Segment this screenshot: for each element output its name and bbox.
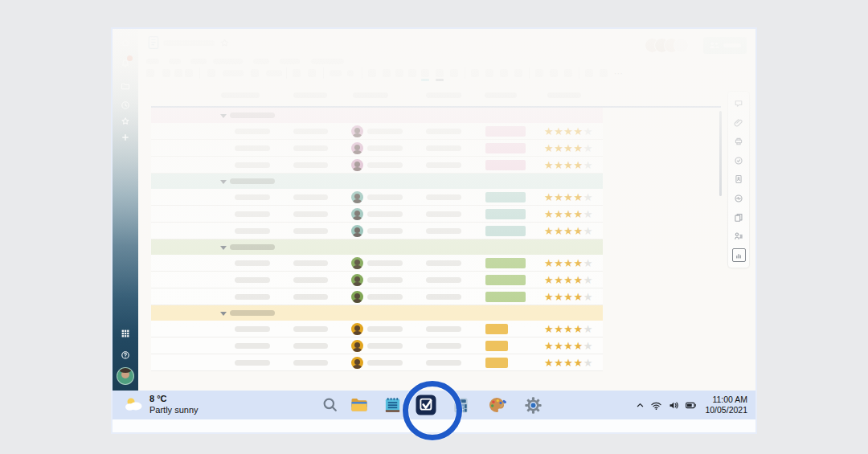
star-empty[interactable]: ★ <box>583 225 593 237</box>
status-pill[interactable] <box>485 226 526 236</box>
star-filled[interactable]: ★ <box>544 257 554 269</box>
star-empty[interactable]: ★ <box>583 274 593 286</box>
star-filled[interactable]: ★ <box>573 125 583 137</box>
status-pill[interactable] <box>485 324 508 334</box>
status-pill[interactable] <box>485 258 526 268</box>
taskbar-icon-paint[interactable] <box>486 395 507 415</box>
star-filled[interactable]: ★ <box>544 208 554 220</box>
table-row[interactable]: ★★★★★ <box>151 189 603 206</box>
star-filled[interactable]: ★ <box>563 125 573 137</box>
star-rating[interactable]: ★★★★★ <box>544 272 593 288</box>
toolbar-button-placeholder[interactable] <box>600 69 608 77</box>
tray-chevron-up-icon[interactable] <box>636 401 645 409</box>
star-filled[interactable]: ★ <box>573 274 583 286</box>
menu-item-placeholder[interactable] <box>169 59 181 64</box>
toolbar-control-placeholder[interactable] <box>347 70 354 76</box>
star-filled[interactable]: ★ <box>563 142 573 154</box>
sidebar-item-user-avatar[interactable] <box>113 367 138 385</box>
star-rating[interactable]: ★★★★★ <box>544 189 593 206</box>
toolbar-button-placeholder[interactable] <box>436 69 444 77</box>
toolbar-button-placeholder[interactable] <box>185 69 193 77</box>
collapse-triangle-icon[interactable] <box>220 114 227 118</box>
rail-activity-icon[interactable] <box>732 192 746 206</box>
share-button[interactable] <box>703 37 747 54</box>
star-rating[interactable]: ★★★★★ <box>544 157 593 174</box>
star-filled[interactable]: ★ <box>563 208 573 220</box>
menu-item-placeholder[interactable] <box>213 59 243 64</box>
star-filled[interactable]: ★ <box>573 291 583 303</box>
star-filled[interactable]: ★ <box>544 291 554 303</box>
rail-print-icon[interactable] <box>732 135 746 149</box>
star-filled[interactable]: ★ <box>563 257 573 269</box>
star-empty[interactable]: ★ <box>583 257 593 269</box>
star-filled[interactable]: ★ <box>554 323 563 335</box>
star-filled[interactable]: ★ <box>544 159 554 171</box>
star-filled[interactable]: ★ <box>554 257 563 269</box>
star-empty[interactable]: ★ <box>583 323 593 335</box>
star-filled[interactable]: ★ <box>554 340 563 352</box>
status-pill[interactable] <box>485 358 508 368</box>
sidebar-item-add-new[interactable] <box>113 132 138 143</box>
toolbar-button-placeholder[interactable] <box>368 69 376 77</box>
star-filled[interactable]: ★ <box>563 291 573 303</box>
star-rating[interactable]: ★★★★★ <box>544 337 593 354</box>
column-header-placeholder[interactable] <box>426 92 461 98</box>
star-filled[interactable]: ★ <box>554 142 563 154</box>
collaborator-overflow[interactable] <box>674 38 689 53</box>
toolbar-button-placeholder[interactable] <box>514 69 522 77</box>
star-empty[interactable]: ★ <box>583 208 593 220</box>
star-filled[interactable]: ★ <box>573 340 583 352</box>
status-pill[interactable] <box>485 160 526 170</box>
star-filled[interactable]: ★ <box>544 142 554 154</box>
toolbar-button-placeholder[interactable] <box>395 69 403 77</box>
star-filled[interactable]: ★ <box>544 323 554 335</box>
star-filled[interactable]: ★ <box>573 357 583 369</box>
toolbar-button-placeholder[interactable] <box>450 69 458 77</box>
column-header-placeholder[interactable] <box>485 92 517 98</box>
toolbar-button-placeholder[interactable] <box>535 69 543 77</box>
star-filled[interactable]: ★ <box>573 208 583 220</box>
table-row[interactable]: ★★★★★ <box>151 140 603 157</box>
star-rating[interactable]: ★★★★★ <box>544 354 593 371</box>
rail-comments-icon[interactable] <box>732 97 746 111</box>
menu-item-placeholder[interactable] <box>190 59 207 64</box>
star-filled[interactable]: ★ <box>563 159 573 171</box>
rail-auto-schedule-icon[interactable] <box>732 153 746 167</box>
star-empty[interactable]: ★ <box>583 125 593 137</box>
star-empty[interactable]: ★ <box>583 159 593 171</box>
star-rating[interactable]: ★★★★★ <box>544 321 593 337</box>
star-filled[interactable]: ★ <box>554 208 563 220</box>
toolbar-button-placeholder[interactable] <box>500 69 508 77</box>
star-filled[interactable]: ★ <box>573 225 583 237</box>
toolbar-button-placeholder[interactable] <box>564 69 572 77</box>
toolbar-button-placeholder[interactable] <box>207 69 215 77</box>
star-filled[interactable]: ★ <box>554 225 563 237</box>
star-filled[interactable]: ★ <box>563 274 573 286</box>
column-header-placeholder[interactable] <box>353 92 388 98</box>
toolbar-button-placeholder[interactable] <box>471 69 479 77</box>
table-row[interactable]: ★★★★★ <box>151 206 603 223</box>
status-pill[interactable] <box>485 275 526 285</box>
star-filled[interactable]: ★ <box>563 340 573 352</box>
rail-user-permissions-icon[interactable] <box>732 230 746 243</box>
collapse-triangle-icon[interactable] <box>220 246 227 250</box>
tray-clock[interactable]: 11:00 AM 10/05/2021 <box>705 395 747 415</box>
status-pill[interactable] <box>485 341 508 351</box>
star-filled[interactable]: ★ <box>573 191 583 203</box>
star-empty[interactable]: ★ <box>583 191 593 203</box>
toolbar-button-placeholder[interactable] <box>174 69 182 77</box>
toolbar-button-placeholder[interactable] <box>308 69 316 77</box>
taskbar-icon-search[interactable] <box>320 395 341 415</box>
star-filled[interactable]: ★ <box>554 274 563 286</box>
star-rating[interactable]: ★★★★★ <box>544 123 593 140</box>
group-header-row[interactable] <box>151 174 603 189</box>
toolbar-overflow[interactable]: ⋯ <box>614 69 623 77</box>
table-row[interactable]: ★★★★★ <box>151 288 603 305</box>
toolbar-button-placeholder[interactable] <box>408 69 416 77</box>
star-filled[interactable]: ★ <box>554 357 563 369</box>
toolbar-button-placeholder[interactable] <box>251 69 259 77</box>
star-rating[interactable]: ★★★★★ <box>544 288 593 305</box>
sidebar-item-favorites[interactable] <box>113 116 138 127</box>
status-pill[interactable] <box>485 126 526 137</box>
star-filled[interactable]: ★ <box>554 191 563 203</box>
